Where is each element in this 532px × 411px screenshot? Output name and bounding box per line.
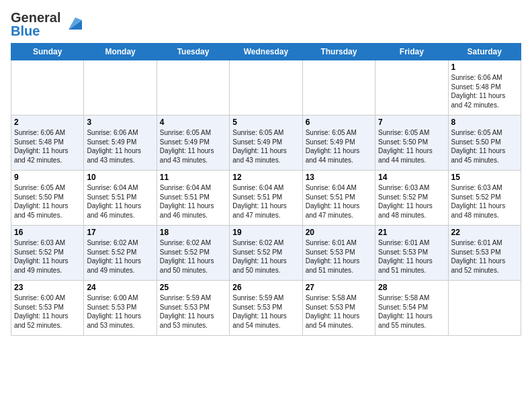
- weekday-header-monday: Monday: [84, 44, 157, 60]
- day-info: Sunrise: 6:03 AM Sunset: 5:52 PM Dayligh…: [451, 183, 518, 220]
- calendar-day-cell: 20Sunrise: 6:01 AM Sunset: 5:53 PM Dayli…: [302, 226, 375, 281]
- day-info: Sunrise: 6:05 AM Sunset: 5:50 PM Dayligh…: [378, 128, 445, 165]
- calendar-day-cell: 23Sunrise: 6:00 AM Sunset: 5:53 PM Dayli…: [11, 281, 84, 336]
- calendar-day-cell: 11Sunrise: 6:04 AM Sunset: 5:51 PM Dayli…: [157, 171, 229, 226]
- calendar-day-cell: 10Sunrise: 6:04 AM Sunset: 5:51 PM Dayli…: [84, 171, 157, 226]
- day-info: Sunrise: 6:03 AM Sunset: 5:52 PM Dayligh…: [378, 183, 445, 220]
- day-number: 24: [87, 283, 153, 292]
- day-info: Sunrise: 6:00 AM Sunset: 5:53 PM Dayligh…: [14, 293, 81, 330]
- day-number: 23: [14, 283, 81, 292]
- calendar-day-cell: 17Sunrise: 6:02 AM Sunset: 5:52 PM Dayli…: [84, 226, 157, 281]
- calendar-day-cell: 12Sunrise: 6:04 AM Sunset: 5:51 PM Dayli…: [230, 171, 302, 226]
- calendar-day-cell: 26Sunrise: 5:59 AM Sunset: 5:53 PM Dayli…: [230, 281, 302, 336]
- day-number: 9: [14, 173, 81, 182]
- day-info: Sunrise: 6:03 AM Sunset: 5:52 PM Dayligh…: [14, 238, 81, 275]
- calendar-day-cell: [84, 60, 157, 116]
- calendar-day-cell: 6Sunrise: 6:05 AM Sunset: 5:49 PM Daylig…: [302, 116, 375, 171]
- calendar-day-cell: 15Sunrise: 6:03 AM Sunset: 5:52 PM Dayli…: [448, 171, 521, 226]
- calendar-day-cell: 19Sunrise: 6:02 AM Sunset: 5:52 PM Dayli…: [230, 226, 302, 281]
- weekday-header-saturday: Saturday: [448, 44, 521, 60]
- day-number: 22: [451, 228, 518, 237]
- day-number: 12: [232, 173, 299, 182]
- day-number: 2: [14, 118, 81, 127]
- day-info: Sunrise: 6:05 AM Sunset: 5:50 PM Dayligh…: [14, 183, 81, 220]
- day-number: 7: [378, 118, 445, 127]
- weekday-header-friday: Friday: [375, 44, 448, 60]
- calendar-day-cell: 14Sunrise: 6:03 AM Sunset: 5:52 PM Dayli…: [375, 171, 448, 226]
- day-info: Sunrise: 6:06 AM Sunset: 5:48 PM Dayligh…: [451, 73, 518, 109]
- day-number: 20: [306, 228, 372, 237]
- day-number: 17: [87, 228, 153, 237]
- day-info: Sunrise: 6:06 AM Sunset: 5:48 PM Dayligh…: [14, 128, 81, 165]
- calendar-week-row: 1Sunrise: 6:06 AM Sunset: 5:48 PM Daylig…: [11, 60, 521, 116]
- calendar-day-cell: 22Sunrise: 6:01 AM Sunset: 5:53 PM Dayli…: [448, 226, 521, 281]
- logo-general: General: [11, 11, 60, 24]
- day-number: 8: [451, 118, 518, 127]
- day-info: Sunrise: 6:04 AM Sunset: 5:51 PM Dayligh…: [87, 183, 153, 220]
- day-number: 26: [232, 283, 299, 292]
- calendar-week-row: 2Sunrise: 6:06 AM Sunset: 5:48 PM Daylig…: [11, 116, 521, 171]
- calendar-week-row: 16Sunrise: 6:03 AM Sunset: 5:52 PM Dayli…: [11, 226, 521, 281]
- logo-blue: Blue: [11, 24, 60, 38]
- calendar-day-cell: 16Sunrise: 6:03 AM Sunset: 5:52 PM Dayli…: [11, 226, 84, 281]
- day-info: Sunrise: 5:59 AM Sunset: 5:53 PM Dayligh…: [160, 293, 226, 330]
- calendar-day-cell: 8Sunrise: 6:05 AM Sunset: 5:50 PM Daylig…: [448, 116, 521, 171]
- day-number: 21: [378, 228, 445, 237]
- day-info: Sunrise: 6:02 AM Sunset: 5:52 PM Dayligh…: [160, 238, 226, 275]
- day-info: Sunrise: 5:58 AM Sunset: 5:54 PM Dayligh…: [378, 293, 445, 330]
- weekday-header-thursday: Thursday: [302, 44, 375, 60]
- day-info: Sunrise: 6:05 AM Sunset: 5:50 PM Dayligh…: [451, 128, 518, 165]
- calendar-day-cell: 5Sunrise: 6:05 AM Sunset: 5:49 PM Daylig…: [230, 116, 302, 171]
- day-number: 27: [306, 283, 372, 292]
- calendar-day-cell: 1Sunrise: 6:06 AM Sunset: 5:48 PM Daylig…: [448, 60, 521, 116]
- day-number: 13: [306, 173, 372, 182]
- day-number: 28: [378, 283, 445, 292]
- day-number: 10: [87, 173, 153, 182]
- calendar-day-cell: [230, 60, 302, 116]
- calendar-day-cell: [375, 60, 448, 116]
- day-info: Sunrise: 6:04 AM Sunset: 5:51 PM Dayligh…: [306, 183, 372, 220]
- day-info: Sunrise: 5:58 AM Sunset: 5:53 PM Dayligh…: [306, 293, 372, 330]
- calendar-day-cell: 18Sunrise: 6:02 AM Sunset: 5:52 PM Dayli…: [157, 226, 229, 281]
- day-info: Sunrise: 6:05 AM Sunset: 5:49 PM Dayligh…: [160, 128, 226, 165]
- day-info: Sunrise: 6:02 AM Sunset: 5:52 PM Dayligh…: [232, 238, 299, 275]
- calendar-day-cell: [448, 281, 521, 336]
- weekday-header-row: SundayMondayTuesdayWednesdayThursdayFrid…: [11, 44, 521, 60]
- day-number: 25: [160, 283, 226, 292]
- logo-icon: [63, 15, 82, 34]
- day-number: 15: [451, 173, 518, 182]
- calendar-day-cell: [302, 60, 375, 116]
- calendar-table: SundayMondayTuesdayWednesdayThursdayFrid…: [11, 43, 521, 336]
- calendar-day-cell: 7Sunrise: 6:05 AM Sunset: 5:50 PM Daylig…: [375, 116, 448, 171]
- day-info: Sunrise: 6:01 AM Sunset: 5:53 PM Dayligh…: [306, 238, 372, 275]
- day-info: Sunrise: 5:59 AM Sunset: 5:53 PM Dayligh…: [232, 293, 299, 330]
- day-info: Sunrise: 6:06 AM Sunset: 5:49 PM Dayligh…: [87, 128, 153, 165]
- day-number: 3: [87, 118, 153, 127]
- calendar-day-cell: 13Sunrise: 6:04 AM Sunset: 5:51 PM Dayli…: [302, 171, 375, 226]
- day-info: Sunrise: 6:04 AM Sunset: 5:51 PM Dayligh…: [232, 183, 299, 220]
- day-number: 4: [160, 118, 226, 127]
- day-number: 18: [160, 228, 226, 237]
- day-info: Sunrise: 6:05 AM Sunset: 5:49 PM Dayligh…: [232, 128, 299, 165]
- day-info: Sunrise: 6:00 AM Sunset: 5:53 PM Dayligh…: [87, 293, 153, 330]
- day-info: Sunrise: 6:02 AM Sunset: 5:52 PM Dayligh…: [87, 238, 153, 275]
- day-info: Sunrise: 6:01 AM Sunset: 5:53 PM Dayligh…: [378, 238, 445, 275]
- calendar-week-row: 23Sunrise: 6:00 AM Sunset: 5:53 PM Dayli…: [11, 281, 521, 336]
- calendar-day-cell: 9Sunrise: 6:05 AM Sunset: 5:50 PM Daylig…: [11, 171, 84, 226]
- calendar-day-cell: 27Sunrise: 5:58 AM Sunset: 5:53 PM Dayli…: [302, 281, 375, 336]
- calendar-day-cell: 21Sunrise: 6:01 AM Sunset: 5:53 PM Dayli…: [375, 226, 448, 281]
- calendar-day-cell: [11, 60, 84, 116]
- calendar-week-row: 9Sunrise: 6:05 AM Sunset: 5:50 PM Daylig…: [11, 171, 521, 226]
- page-header: General Blue: [11, 11, 521, 38]
- calendar-day-cell: 28Sunrise: 5:58 AM Sunset: 5:54 PM Dayli…: [375, 281, 448, 336]
- weekday-header-sunday: Sunday: [11, 44, 84, 60]
- day-info: Sunrise: 6:04 AM Sunset: 5:51 PM Dayligh…: [160, 183, 226, 220]
- day-number: 6: [306, 118, 372, 127]
- logo: General Blue: [11, 11, 82, 38]
- day-number: 5: [232, 118, 299, 127]
- day-number: 1: [451, 62, 518, 72]
- weekday-header-tuesday: Tuesday: [157, 44, 229, 60]
- weekday-header-wednesday: Wednesday: [230, 44, 302, 60]
- calendar-day-cell: 4Sunrise: 6:05 AM Sunset: 5:49 PM Daylig…: [157, 116, 229, 171]
- day-info: Sunrise: 6:05 AM Sunset: 5:49 PM Dayligh…: [306, 128, 372, 165]
